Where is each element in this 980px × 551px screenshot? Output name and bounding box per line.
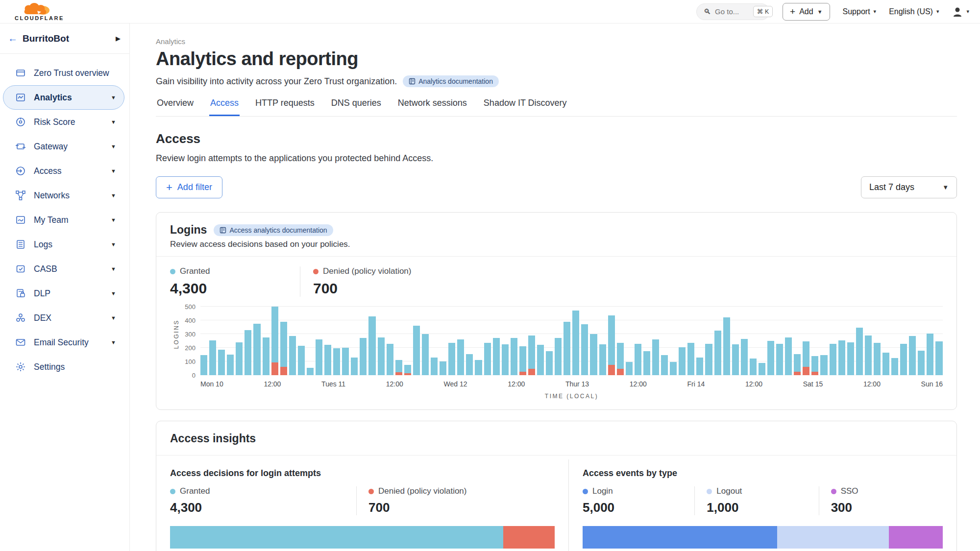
login-bar[interactable]: [440, 307, 446, 375]
login-bar[interactable]: [927, 307, 933, 375]
login-bar[interactable]: [555, 307, 562, 375]
login-bar[interactable]: [785, 307, 792, 375]
login-bar[interactable]: [422, 307, 429, 375]
login-bar[interactable]: [750, 307, 757, 375]
login-bar[interactable]: [280, 307, 287, 375]
login-bar[interactable]: [271, 307, 278, 375]
sidebar-item-gateway[interactable]: Gateway▼: [0, 134, 124, 159]
login-bar[interactable]: [528, 307, 535, 375]
sidebar-item-dex[interactable]: DEX▼: [0, 306, 124, 330]
sidebar-item-my-team[interactable]: My Team▼: [0, 208, 124, 232]
segment-denied-policy-violation-[interactable]: [503, 526, 555, 549]
login-bar[interactable]: [590, 307, 597, 375]
login-bar[interactable]: [643, 307, 650, 375]
login-bar[interactable]: [457, 307, 464, 375]
tab-network-sessions[interactable]: Network sessions: [397, 98, 468, 116]
back-arrow-icon[interactable]: ←: [8, 33, 18, 44]
login-bar[interactable]: [289, 307, 296, 375]
login-bar[interactable]: [484, 307, 491, 375]
login-bar[interactable]: [342, 307, 349, 375]
account-name[interactable]: BurritoBot: [23, 33, 111, 44]
login-bar[interactable]: [368, 307, 375, 375]
login-bar[interactable]: [227, 307, 234, 375]
login-bar[interactable]: [679, 307, 686, 375]
login-bar[interactable]: [820, 307, 827, 375]
login-bar[interactable]: [635, 307, 641, 375]
login-bar[interactable]: [882, 307, 889, 375]
login-bar[interactable]: [838, 307, 845, 375]
login-bar[interactable]: [546, 307, 553, 375]
sidebar-item-email-security[interactable]: Email Security▼: [0, 330, 124, 355]
login-bar[interactable]: [360, 307, 367, 375]
add-button[interactable]: + Add ▼: [783, 3, 830, 21]
login-bar[interactable]: [253, 307, 260, 375]
login-bar[interactable]: [759, 307, 765, 375]
login-bar[interactable]: [448, 307, 455, 375]
tab-http-requests[interactable]: HTTP requests: [254, 98, 316, 116]
login-bar[interactable]: [617, 307, 624, 375]
login-bar[interactable]: [324, 307, 331, 375]
login-bar[interactable]: [307, 307, 314, 375]
login-bar[interactable]: [741, 307, 748, 375]
login-bar[interactable]: [909, 307, 916, 375]
login-bar[interactable]: [900, 307, 907, 375]
segment-login[interactable]: [583, 526, 777, 549]
login-bar[interactable]: [263, 307, 270, 375]
login-bar[interactable]: [209, 307, 216, 375]
login-bar[interactable]: [333, 307, 340, 375]
login-bar[interactable]: [811, 307, 818, 375]
login-bar[interactable]: [794, 307, 801, 375]
login-bar[interactable]: [236, 307, 243, 375]
login-bar[interactable]: [732, 307, 739, 375]
login-bar[interactable]: [599, 307, 606, 375]
login-bar[interactable]: [395, 307, 402, 375]
login-bar[interactable]: [431, 307, 438, 375]
tab-dns-queries[interactable]: DNS queries: [330, 98, 382, 116]
login-bar[interactable]: [705, 307, 712, 375]
global-search[interactable]: 🔍︎ ⌘ K: [696, 3, 770, 20]
login-bar[interactable]: [200, 307, 207, 375]
date-range-select[interactable]: Last 7 days ▼: [861, 176, 957, 198]
access-analytics-documentation-badge[interactable]: Access analytics documentation: [214, 224, 333, 236]
login-bar[interactable]: [891, 307, 898, 375]
account-menu[interactable]: ▾: [952, 6, 969, 18]
sidebar-item-settings[interactable]: Settings: [0, 355, 124, 379]
login-bar[interactable]: [830, 307, 836, 375]
cloudflare-logo[interactable]: CLOUDFLARE: [15, 2, 64, 21]
sidebar-item-zero-trust-overview[interactable]: Zero Trust overview: [0, 61, 124, 85]
login-bar[interactable]: [387, 307, 393, 375]
login-bar[interactable]: [714, 307, 721, 375]
tab-shadow-it-discovery[interactable]: Shadow IT Discovery: [483, 98, 568, 116]
support-menu[interactable]: Support ▾: [843, 7, 877, 16]
login-bar[interactable]: [918, 307, 925, 375]
segment-sso[interactable]: [889, 526, 943, 549]
login-bar[interactable]: [847, 307, 854, 375]
login-bar[interactable]: [218, 307, 225, 375]
tab-overview[interactable]: Overview: [156, 98, 195, 116]
login-bar[interactable]: [767, 307, 774, 375]
login-bar[interactable]: [687, 307, 694, 375]
login-bar[interactable]: [413, 307, 420, 375]
login-bar[interactable]: [493, 307, 500, 375]
login-bar[interactable]: [475, 307, 482, 375]
language-menu[interactable]: English (US) ▾: [889, 7, 939, 16]
login-bar[interactable]: [519, 307, 526, 375]
login-bar[interactable]: [670, 307, 677, 375]
login-bar[interactable]: [776, 307, 783, 375]
login-bar[interactable]: [661, 307, 668, 375]
login-bar[interactable]: [404, 307, 411, 375]
login-bar[interactable]: [626, 307, 633, 375]
tab-access[interactable]: Access: [209, 98, 240, 116]
login-bar[interactable]: [652, 307, 659, 375]
login-bar[interactable]: [502, 307, 509, 375]
sidebar-item-logs[interactable]: Logs▼: [0, 232, 124, 257]
login-bar[interactable]: [572, 307, 579, 375]
analytics-documentation-badge[interactable]: Analytics documentation: [403, 75, 499, 87]
login-bar[interactable]: [874, 307, 881, 375]
login-bar[interactable]: [466, 307, 473, 375]
chevron-right-icon[interactable]: ▶: [116, 35, 121, 42]
login-bar[interactable]: [856, 307, 863, 375]
sidebar-item-casb[interactable]: CASB▼: [0, 257, 124, 281]
segment-granted[interactable]: [170, 526, 503, 549]
login-bar[interactable]: [865, 307, 872, 375]
